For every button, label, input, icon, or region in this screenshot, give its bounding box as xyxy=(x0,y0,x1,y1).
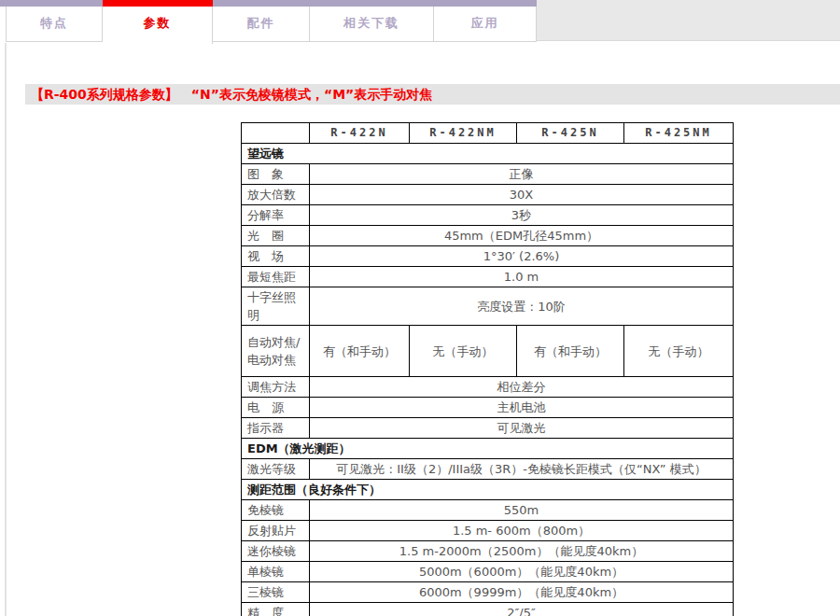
model-header: R-422N xyxy=(310,123,410,144)
tab-applications[interactable]: 应用 xyxy=(434,7,537,42)
spec-value: 550m xyxy=(310,500,734,521)
table-row: 三棱镜6000m（9999m）（能见度40km） xyxy=(242,582,734,603)
spec-value: 1.0 m xyxy=(310,267,734,287)
spec-label: 十字丝照明 xyxy=(242,287,310,326)
spec-label: 精 度 xyxy=(242,603,310,616)
page: 特点 参数 配件 相关下载 应用 【R-400系列规格参数】 “N”表示免棱镜模… xyxy=(0,0,840,616)
spec-label: 视 场 xyxy=(242,246,310,267)
spec-value: 亮度设置：10阶 xyxy=(310,287,734,326)
content-left-border xyxy=(5,43,7,616)
table-row: 最短焦距1.0 m xyxy=(242,267,734,287)
section-header: EDM（激光测距） xyxy=(242,439,734,459)
table-row: 视 场1°30′ (2.6%) xyxy=(242,246,734,267)
model-header-row: R-422NR-422NMR-425NR-425NM xyxy=(242,123,734,144)
table-row: 指示器可见激光 xyxy=(242,418,734,439)
spec-label: 图 象 xyxy=(242,164,310,185)
model-header: R-425NM xyxy=(624,123,734,144)
table-row: 调焦方法相位差分 xyxy=(242,377,734,398)
spec-value: 1°30′ (2.6%) xyxy=(310,246,734,267)
spec-label: 免棱镜 xyxy=(242,500,310,521)
table-row: 电 源主机电池 xyxy=(242,398,734,418)
spec-value: 2″/5″ xyxy=(310,603,734,616)
spec-table: R-422NR-422NMR-425NR-425NM望远镜图 象正像放大倍数30… xyxy=(241,122,734,616)
table-row: 激光等级可见激光：II级（2）/IIIa级（3R）-免棱镜长距模式（仅“NX” … xyxy=(242,459,734,480)
spec-value: 有（和手动） xyxy=(310,326,410,377)
spec-value: 主机电池 xyxy=(310,398,734,418)
spec-label: 单棱镜 xyxy=(242,562,310,582)
spec-label: 最短焦距 xyxy=(242,267,310,287)
table-row: 分解率3秒 xyxy=(242,205,734,226)
section-header: 望远镜 xyxy=(242,144,734,164)
tab-features[interactable]: 特点 xyxy=(6,7,103,42)
spec-value: 无（手动） xyxy=(624,326,734,377)
spec-value: 无（手动） xyxy=(410,326,517,377)
spec-value: 1.5 m-2000m（2500m）（能见度40km） xyxy=(310,541,734,562)
spec-value: 45mm（EDM孔径45mm） xyxy=(310,226,734,246)
spec-value: 30X xyxy=(310,185,734,205)
tabstrip-filler xyxy=(537,0,840,41)
table-row: 免棱镜550m xyxy=(242,500,734,521)
spec-label: 三棱镜 xyxy=(242,582,310,603)
table-row: 十字丝照明亮度设置：10阶 xyxy=(242,287,734,326)
spec-label: 反射贴片 xyxy=(242,521,310,541)
tabstrip-top-bar xyxy=(0,0,537,7)
tab-specs[interactable]: 参数 xyxy=(103,7,213,44)
spec-value: 可见激光：II级（2）/IIIa级（3R）-免棱镜长距模式（仅“NX” 模式） xyxy=(310,459,734,480)
table-row: 图 象正像 xyxy=(242,164,734,185)
spec-value: 3秒 xyxy=(310,205,734,226)
spec-label: 调焦方法 xyxy=(242,377,310,398)
tab-downloads[interactable]: 相关下载 xyxy=(310,7,434,42)
table-row: 光 圈45mm（EDM孔径45mm） xyxy=(242,226,734,246)
table-row: 放大倍数30X xyxy=(242,185,734,205)
spec-label: 放大倍数 xyxy=(242,185,310,205)
spec-value: 6000m（9999m）（能见度40km） xyxy=(310,582,734,603)
active-tab-indicator xyxy=(103,0,213,7)
spec-value: 有（和手动） xyxy=(517,326,624,377)
table-row: EDM（激光测距） xyxy=(242,439,734,459)
spec-label: 分解率 xyxy=(242,205,310,226)
corner-cell xyxy=(242,123,310,144)
spec-label: 自动对焦/ 电动对焦 xyxy=(242,326,310,377)
section-header: 测距范围（良好条件下） xyxy=(242,480,734,500)
spec-value: 1.5 m- 600m（800m） xyxy=(310,521,734,541)
spec-label: 电 源 xyxy=(242,398,310,418)
spec-table-body: R-422NR-422NMR-425NR-425NM望远镜图 象正像放大倍数30… xyxy=(242,123,734,616)
spec-value: 正像 xyxy=(310,164,734,185)
table-row: 迷你棱镜1.5 m-2000m（2500m）（能见度40km） xyxy=(242,541,734,562)
table-row: 自动对焦/ 电动对焦有（和手动）无（手动）有（和手动）无（手动） xyxy=(242,326,734,377)
tab-accessories[interactable]: 配件 xyxy=(213,7,310,42)
table-row: 测距范围（良好条件下） xyxy=(242,480,734,500)
table-row: 望远镜 xyxy=(242,144,734,164)
spec-label: 光 圈 xyxy=(242,226,310,246)
spec-label: 指示器 xyxy=(242,418,310,439)
section-heading: 【R-400系列规格参数】 “N”表示免棱镜模式，“M”表示手动对焦 xyxy=(25,84,840,105)
spec-value: 可见激光 xyxy=(310,418,734,439)
table-row: 精 度2″/5″ xyxy=(242,603,734,616)
spec-label: 激光等级 xyxy=(242,459,310,480)
table-row: 反射贴片1.5 m- 600m（800m） xyxy=(242,521,734,541)
spec-label: 迷你棱镜 xyxy=(242,541,310,562)
spec-value: 相位差分 xyxy=(310,377,734,398)
model-header: R-422NM xyxy=(410,123,517,144)
model-header: R-425N xyxy=(517,123,624,144)
table-row: 单棱镜5000m（6000m）（能见度40km） xyxy=(242,562,734,582)
spec-value: 5000m（6000m）（能见度40km） xyxy=(310,562,734,582)
